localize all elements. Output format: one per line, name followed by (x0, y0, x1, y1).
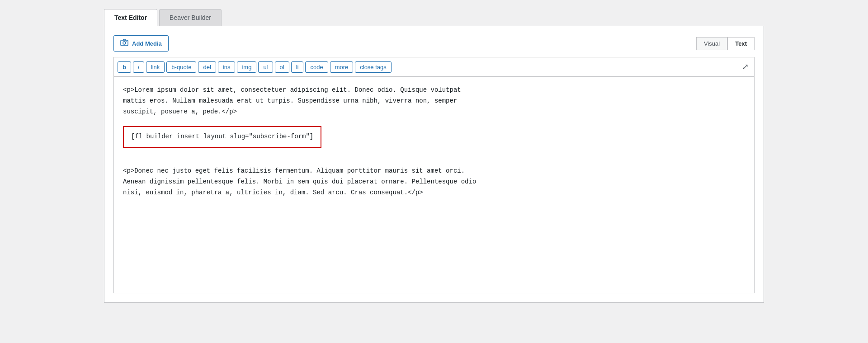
svg-point-1 (123, 42, 126, 44)
toolbar-bold-button[interactable]: b (118, 61, 131, 73)
page-container: Text Editor Beaver Builder Add Media (104, 9, 764, 303)
svg-rect-0 (121, 40, 128, 46)
toolbar-ul-button[interactable]: ul (258, 61, 273, 73)
add-media-label: Add Media (132, 40, 162, 47)
text-content-area[interactable]: <p>Lorem ipsum dolor sit amet, consectet… (113, 76, 755, 293)
paragraph-2: <p>Donec nec justo eget felis facilisis … (123, 166, 745, 198)
tab-text-editor[interactable]: Text Editor (104, 9, 157, 26)
add-media-icon (120, 39, 128, 48)
toolbar-img-button[interactable]: img (237, 61, 256, 73)
paragraph-1: <p>Lorem ipsum dolor sit amet, consectet… (123, 85, 745, 117)
svg-point-2 (126, 41, 127, 42)
text-view-button[interactable]: Text (727, 37, 755, 50)
toolbar-link-button[interactable]: link (146, 61, 165, 73)
toolbar-code-button[interactable]: code (305, 61, 328, 73)
toolbar-li-button[interactable]: li (291, 61, 304, 73)
shortcode-block: [fl_builder_insert_layout slug="subscrib… (123, 126, 321, 148)
tabs-bar: Text Editor Beaver Builder (104, 9, 764, 26)
toolbar-bquote-button[interactable]: b-quote (166, 61, 196, 73)
visual-view-button[interactable]: Visual (696, 37, 727, 50)
add-media-button[interactable]: Add Media (113, 35, 169, 52)
toolbar-buttons: b i link b-quote del ins img ul ol li co… (118, 61, 392, 73)
view-toggle: Visual Text (696, 37, 755, 50)
tab-beaver-builder[interactable]: Beaver Builder (159, 9, 222, 26)
toolbar-close-tags-button[interactable]: close tags (355, 61, 392, 73)
toolbar-ins-button[interactable]: ins (218, 61, 236, 73)
editor-wrap: Add Media Visual Text b i link b-quote d… (104, 26, 764, 303)
toolbar-del-button[interactable]: del (198, 61, 216, 73)
toolbar-row: b i link b-quote del ins img ul ol li co… (113, 57, 755, 76)
toolbar-more-button[interactable]: more (330, 61, 354, 73)
expand-button[interactable]: ⤢ (740, 60, 750, 74)
add-media-row: Add Media Visual Text (113, 35, 755, 52)
toolbar-ol-button[interactable]: ol (275, 61, 289, 73)
shortcode-wrapper: [fl_builder_insert_layout slug="subscrib… (123, 126, 745, 157)
toolbar-italic-button[interactable]: i (133, 61, 144, 73)
